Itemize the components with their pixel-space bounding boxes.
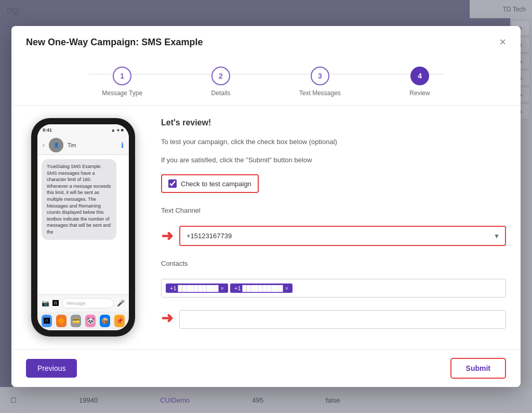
contact-input-wrapper [179, 310, 506, 329]
contact-search-input[interactable] [186, 316, 499, 324]
modal-header: New One-Way Campaign: SMS Example × 1 Me… [11, 26, 521, 106]
steps-container: 1 Message Type 2 Details 3 Text Messages [26, 58, 506, 105]
contact-tag-1-remove[interactable]: × [221, 285, 224, 291]
step-3: 3 Text Messages [299, 67, 341, 97]
app-icon-1[interactable]: 🅰 [42, 315, 52, 327]
phone-mic-icon[interactable]: 🎤 [117, 300, 125, 307]
modal-title: New One-Way Campaign: SMS Example [26, 37, 203, 48]
step-2-circle: 2 [211, 67, 230, 85]
step-3-circle: 3 [311, 67, 329, 85]
contact-tag-1[interactable]: +1 ██████████ × [166, 283, 228, 293]
phone-message-bubble: TrueDialog SMS Example. SMS messages hav… [42, 159, 116, 240]
app-icon-4[interactable]: 🐼 [85, 315, 96, 327]
test-campaign-checkbox-row: Check to test campaign [161, 174, 259, 193]
app-icon-5[interactable]: 📦 [100, 315, 110, 327]
phone-info-icon[interactable]: ℹ [121, 141, 124, 149]
close-button[interactable]: × [499, 36, 506, 48]
phone-app-icon[interactable]: 🅰 [52, 300, 59, 307]
text-channel-label: Text Channel [161, 206, 506, 214]
phone-icons: ▲ ● ■ [111, 127, 124, 133]
phone-apps-bar: 🅰 🔶 💳 🐼 📦 📌 [37, 312, 129, 330]
contact-tag-2-value: +1 ██████████ [234, 285, 283, 291]
phone-messages: TrueDialog SMS Example. SMS messages hav… [37, 155, 129, 294]
instruction-2: If you are satisfied, click the "Submit"… [161, 156, 506, 164]
step-1-label: Message Type [102, 89, 142, 97]
phone-time: 9:41 [43, 127, 52, 133]
app-icon-3[interactable]: 💳 [71, 315, 81, 327]
step-2-label: Details [211, 89, 231, 97]
channel-select[interactable]: +15123167739 [180, 227, 505, 245]
step-1-circle: 1 [113, 67, 131, 85]
test-campaign-label: Check to test campaign [181, 180, 251, 188]
phone-message-input[interactable]: Message [62, 298, 114, 308]
contacts-input-arrow-row: ➜ [161, 308, 506, 329]
previous-button[interactable]: Previous [26, 359, 77, 378]
modal-title-row: New One-Way Campaign: SMS Example × [26, 36, 506, 48]
step-1: 1 Message Type [102, 67, 142, 97]
submit-button[interactable]: Submit [450, 358, 506, 379]
step-4-label: Review [409, 89, 430, 97]
phone-notch-bar: 9:41 ▲ ● ■ [37, 124, 129, 136]
step-4: 4 Review [409, 67, 430, 97]
contact-tag-1-value: +1 ██████████ [170, 285, 219, 291]
app-icon-2[interactable]: 🔶 [56, 315, 66, 327]
phone-input-bar: 📷 🅰 Message 🎤 [37, 294, 129, 312]
modal-overlay: New One-Way Campaign: SMS Example × 1 Me… [0, 0, 532, 413]
app-icon-6[interactable]: 📌 [114, 315, 125, 327]
text-channel-arrow-row: ➜ +15123167739 ▼ [161, 226, 506, 246]
modal: New One-Way Campaign: SMS Example × 1 Me… [11, 26, 521, 387]
arrow-icon-contacts: ➜ [161, 311, 173, 326]
phone-mockup: 9:41 ▲ ● ■ ‹ 👤 Tim ℹ TrueDialog SMS Exam… [31, 118, 135, 337]
phone-camera-icon[interactable]: 📷 [42, 300, 49, 307]
phone-section: 9:41 ▲ ● ■ ‹ 👤 Tim ℹ TrueDialog SMS Exam… [26, 118, 140, 337]
modal-footer: Previous Submit [11, 349, 521, 387]
contact-tag-2-remove[interactable]: × [285, 285, 288, 291]
right-content: Let's review! To test your campaign, cli… [161, 118, 506, 337]
step-4-circle: 4 [410, 67, 429, 85]
contacts-tags-wrapper: +1 ██████████ × +1 ██████████ × [161, 279, 506, 298]
modal-body: 9:41 ▲ ● ■ ‹ 👤 Tim ℹ TrueDialog SMS Exam… [11, 106, 521, 349]
test-campaign-checkbox[interactable] [168, 179, 177, 188]
phone-screen: 9:41 ▲ ● ■ ‹ 👤 Tim ℹ TrueDialog SMS Exam… [37, 124, 129, 330]
channel-select-wrapper: +15123167739 ▼ [179, 226, 506, 246]
arrow-icon-channel: ➜ [161, 229, 173, 243]
phone-back-icon[interactable]: ‹ [43, 141, 45, 149]
phone-contact-bar: ‹ 👤 Tim ℹ [37, 136, 129, 155]
contact-tag-2[interactable]: +1 ██████████ × [230, 283, 292, 293]
step-3-label: Text Messages [299, 89, 341, 97]
contacts-label: Contacts [161, 260, 506, 267]
section-heading: Let's review! [161, 118, 506, 127]
phone-avatar: 👤 [49, 138, 63, 152]
step-2: 2 Details [211, 67, 231, 97]
phone-contact-name: Tim [68, 143, 76, 148]
instruction-1: To test your campaign, click the check b… [161, 138, 506, 146]
